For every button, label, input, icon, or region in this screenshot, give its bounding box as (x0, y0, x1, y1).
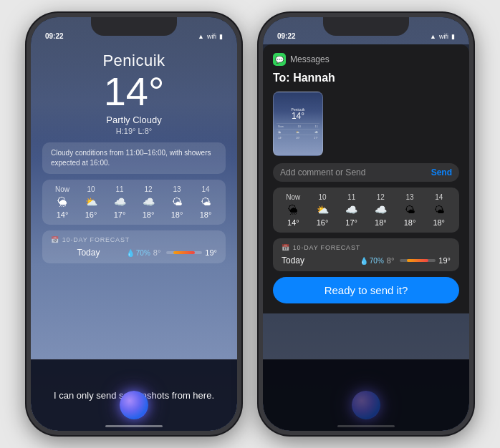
hour-icon: ☁️ (375, 204, 387, 215)
hour-item: Now 🌦 14° (279, 193, 308, 227)
hour-label: 14 (435, 193, 443, 201)
wifi-icon: wifi (207, 33, 216, 40)
notch (323, 17, 409, 36)
signal-icon: ▲ (430, 33, 436, 40)
daily-bar-fill (173, 251, 195, 254)
hour-temp: 16° (85, 210, 97, 219)
hour-temp: 17° (114, 210, 126, 219)
hour-label: 11 (115, 185, 123, 193)
hour-item: 12 ☁️ 18° (366, 193, 395, 227)
right-phone: 09:22 ▲ wifi ▮ Penicuik 14° Partly Cloud… (259, 13, 473, 435)
temperature: 14° (42, 72, 226, 112)
hour-icon: 🌤 (172, 196, 182, 208)
preview-row: Now1011 (277, 123, 319, 129)
hour-icon: 🌦 (288, 204, 298, 215)
hour-item: 13 🌤 18° (163, 185, 191, 219)
hour-temp: 18° (200, 210, 212, 219)
hour-label: 13 (405, 193, 413, 201)
hour-temp: 18° (171, 210, 183, 219)
hour-icon: ☁️ (143, 196, 155, 208)
hour-icon: 🌦 (57, 196, 67, 208)
daily-high: 19° (438, 256, 451, 265)
hour-item: Now 🌦 14° (48, 185, 77, 219)
hour-temp: 18° (404, 218, 416, 227)
siri-bar: I can only send screenshots from here. (31, 359, 237, 431)
send-button[interactable]: Send (431, 167, 452, 177)
ready-to-send-button[interactable]: Ready to send it? (273, 277, 459, 303)
battery-icon: ▮ (451, 33, 455, 40)
hour-label: Now (55, 185, 69, 193)
left-phone: 09:22 ▲ wifi ▮ Penicuik 14° Partly Cloud… (27, 13, 241, 435)
daily-low: 8° (153, 248, 161, 257)
city-name: Penicuik (42, 52, 226, 70)
screenshot-preview: Penicuik 14° Now1011 🌦⛅☁️ 14°16°17° (273, 92, 323, 156)
calendar-icon: 📅 (51, 236, 59, 243)
status-icons: ▲ wifi ▮ (198, 33, 223, 40)
siri-orb[interactable] (120, 391, 148, 419)
comment-input[interactable]: Add comment or Send (280, 167, 431, 177)
preview-row: 🌦⛅☁️ (277, 129, 319, 135)
hour-item: 14 🌤 18° (191, 185, 220, 219)
wifi-icon: wifi (439, 33, 448, 40)
battery-icon: ▮ (219, 33, 223, 40)
daily-bar-fill (407, 259, 428, 262)
forecast-description: Cloudy conditions from 11:00–16:00, with… (42, 142, 226, 174)
weather-content: Penicuik 14° Partly Cloudy H:19° L:8° Cl… (31, 44, 237, 269)
daily-low: 8° (387, 256, 395, 265)
screen: 09:22 ▲ wifi ▮ Penicuik 14° Partly Cloud… (263, 17, 469, 431)
hour-icon: ⛅ (85, 196, 97, 208)
hour-temp: 14° (287, 218, 299, 227)
daily-forecast-right: 📅 10-DAY FORECAST Today 💧 70% 8° 19° (273, 238, 459, 271)
messages-header: 💬 Messages (273, 53, 459, 66)
hour-label: 12 (377, 193, 385, 201)
preview-inner: Penicuik 14° Now1011 🌦⛅☁️ 14°16°17° (274, 92, 322, 155)
hour-temp: 18° (143, 210, 155, 219)
messages-title: Messages (290, 54, 330, 64)
today-row: Today 💧 70% 8° 19° (51, 248, 217, 258)
hour-icon: 🌤 (434, 204, 444, 215)
comment-bar[interactable]: Add comment or Send Send (273, 163, 459, 182)
hour-item: 13 🌤 18° (395, 193, 425, 227)
daily-header: 📅 10-DAY FORECAST (282, 244, 451, 251)
hourly-forecast-right: Now 🌦 14° 10 ⛅ 16° 11 ☁️ 17° (273, 188, 459, 233)
hour-item: 11 ☁️ 17° (337, 193, 366, 227)
hour-icon: ⛅ (317, 204, 329, 215)
status-icons: ▲ wifi ▮ (430, 33, 455, 40)
messages-overlay: 💬 Messages To: Hannah Penicuik 14° Now10… (263, 44, 469, 313)
preview-rows: Now1011 🌦⛅☁️ 14°16°17° (277, 123, 319, 140)
hour-item: 14 🌤 18° (424, 193, 453, 227)
hour-icon: ☁️ (114, 196, 126, 208)
hourly-row: Now 🌦 14° 10 ⛅ 16° 11 ☁️ 17° (48, 185, 220, 219)
calendar-icon: 📅 (282, 244, 290, 251)
hour-item: 10 ⛅ 16° (308, 193, 337, 227)
hour-item: 12 ☁️ 18° (134, 185, 163, 219)
hourly-forecast: Now 🌦 14° 10 ⛅ 16° 11 ☁️ 17° (42, 180, 226, 225)
hour-label: 10 (318, 193, 326, 201)
hourly-row: Now 🌦 14° 10 ⛅ 16° 11 ☁️ 17° (279, 193, 453, 227)
hour-icon: 🌤 (405, 204, 415, 215)
hour-icon: 🌤 (201, 196, 211, 208)
messages-icon: 💬 (273, 53, 286, 66)
daily-precip: 💧 70% (126, 249, 150, 257)
hour-temp: 16° (317, 218, 329, 227)
home-indicator (105, 425, 163, 427)
hour-label: 11 (347, 193, 355, 201)
screen: 09:22 ▲ wifi ▮ Penicuik 14° Partly Cloud… (31, 17, 237, 431)
preview-temp: 14° (292, 112, 304, 120)
hour-label: 10 (87, 185, 95, 193)
hour-temp: 18° (375, 218, 387, 227)
daily-day: Today (51, 248, 126, 258)
signal-icon: ▲ (198, 33, 204, 40)
raindrop-icon: 💧 (360, 257, 368, 265)
today-row: Today 💧 70% 8° 19° (282, 255, 451, 266)
hour-item: 10 ⛅ 16° (77, 185, 105, 219)
hour-label: 13 (173, 185, 181, 193)
daily-bar (166, 251, 202, 254)
hour-label: 12 (144, 185, 152, 193)
raindrop-icon: 💧 (126, 249, 135, 257)
status-time: 09:22 (277, 32, 296, 40)
status-time: 09:22 (45, 32, 64, 40)
hour-temp: 14° (57, 210, 69, 219)
daily-precip: 💧 70% (360, 257, 384, 265)
daily-day: Today (282, 255, 360, 266)
